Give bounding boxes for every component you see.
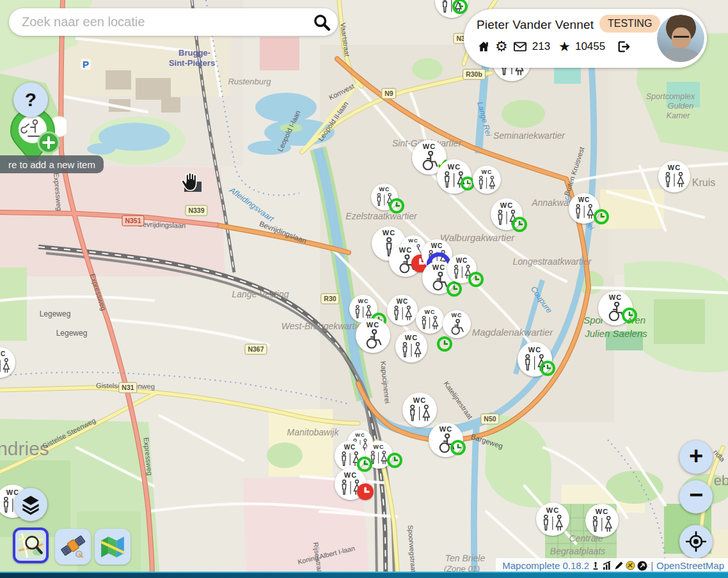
toilet-marker-malefemale[interactable]: WC: [335, 441, 365, 471]
bottom-bar: [0, 572, 728, 578]
avatar-glasses: [674, 36, 689, 42]
toilet-marker-wheelchair[interactable]: WC: [598, 291, 633, 325]
layers-button[interactable]: [14, 488, 47, 521]
toilet-marker-wheelchair[interactable]: WC: [429, 423, 463, 457]
pencil-icon[interactable]: [614, 561, 624, 570]
changesets-count[interactable]: 10455: [575, 40, 605, 53]
satellite-icon: [59, 533, 86, 560]
toilet-marker-malefemale[interactable]: WC: [387, 295, 418, 325]
help-button-label: ?: [25, 89, 36, 111]
toilet-marker-malefemale[interactable]: WC: [447, 254, 477, 283]
mapcomplete-app: P Brugge-Sint-PietersRustenburgSint-Gill…: [0, 0, 728, 578]
gear-icon[interactable]: ⚙: [495, 40, 508, 54]
avatar-body: [663, 48, 700, 62]
toilet-marker-malefemale[interactable]: WC: [491, 198, 523, 230]
osm-map-icon: [17, 532, 44, 559]
zoom-out-button[interactable]: −: [679, 480, 713, 513]
app-version[interactable]: Mapcomplete 0.18.2: [502, 560, 589, 571]
messages-icon[interactable]: [512, 40, 528, 53]
background-layer-map[interactable]: [95, 529, 131, 565]
toilet-marker-malefemale[interactable]: WC: [536, 503, 569, 536]
home-icon[interactable]: [477, 40, 491, 54]
toilet-marker-malefemale[interactable]: WC: [585, 504, 619, 537]
josm-icon[interactable]: [626, 561, 635, 570]
star-icon: ★: [558, 40, 571, 54]
toilet-marker-wheelchair[interactable]: WC: [356, 318, 390, 353]
toilet-marker-malefemale[interactable]: WC: [371, 184, 398, 210]
zoom-out-label: −: [689, 481, 703, 509]
osm-link[interactable]: OpenStreetMap: [656, 560, 724, 571]
zoom-in-label: +: [689, 442, 703, 470]
search-bar: [9, 8, 338, 36]
messages-count[interactable]: 213: [532, 40, 550, 53]
avatar[interactable]: [657, 15, 704, 62]
background-layer-satellite[interactable]: [55, 529, 91, 565]
attribution-separator: |: [651, 560, 653, 571]
toilet-marker-malefemale[interactable]: WC: [658, 160, 690, 192]
toilet-marker-malefemale[interactable]: WC: [416, 306, 444, 334]
crosshair-icon: [684, 530, 708, 553]
user-name: Pieter Vander Vennet: [477, 18, 594, 32]
background-layer-osm[interactable]: [13, 527, 49, 563]
layers-icon: [19, 493, 42, 516]
toilet-marker-malefemale[interactable]: WC: [395, 331, 427, 363]
toilet-marker-malefemale[interactable]: WC: [335, 468, 367, 500]
geolocate-button[interactable]: [679, 525, 713, 558]
logout-icon[interactable]: [616, 40, 631, 54]
help-button[interactable]: ?: [13, 82, 48, 117]
toilet-marker-malefemale[interactable]: WC: [473, 166, 501, 194]
add-item-tooltip: re to add a new item: [0, 155, 104, 173]
user-panel[interactable]: Pieter Vander Vennet TESTING ⚙ 213 ★ 104…: [464, 9, 707, 68]
folded-map-icon: [99, 533, 126, 560]
statue-icon[interactable]: [591, 561, 600, 571]
add-item-tooltip-text: re to add a new item: [8, 159, 95, 170]
search-icon[interactable]: [312, 13, 331, 32]
stats-icon[interactable]: [602, 561, 612, 571]
search-input[interactable]: [20, 14, 312, 30]
hand-cursor-icon: [180, 170, 202, 197]
testing-badge: TESTING: [599, 15, 660, 33]
zoom-in-button[interactable]: +: [679, 441, 713, 474]
toilet-marker-malefemale[interactable]: WC: [437, 159, 471, 194]
toilet-marker-wheelchair[interactable]: WC: [443, 310, 471, 338]
toilet-marker-malefemale[interactable]: WC: [365, 441, 393, 469]
toilet-marker-malefemale[interactable]: WC: [518, 342, 552, 377]
arrow-circle-icon[interactable]: [637, 561, 647, 571]
toilet-marker-wheelchair[interactable]: WC: [389, 244, 422, 277]
toilet-marker-malefemale[interactable]: WC: [569, 193, 599, 224]
attribution-bar: Mapcomplete 0.18.2 | OpenStreetMap: [496, 558, 728, 573]
toilet-marker-malefemale[interactable]: WC: [402, 393, 437, 427]
